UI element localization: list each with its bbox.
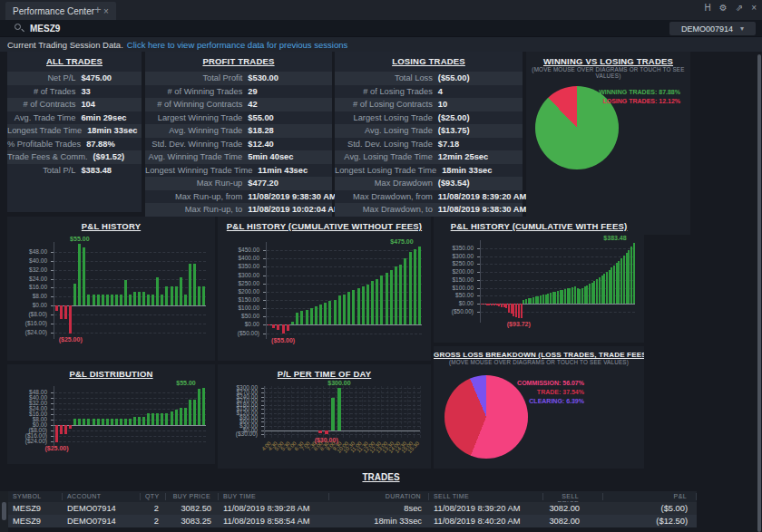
gear-icon[interactable]: ⚙ xyxy=(719,3,728,13)
bar xyxy=(521,304,523,318)
notice-text: Current Trading Session Data. xyxy=(7,40,123,50)
bar xyxy=(175,286,178,306)
bar xyxy=(515,304,517,317)
panel-pl-per-time-of-day: P/L PER TIME OF DAY $300.00$270.00$240.0… xyxy=(218,364,431,469)
table-row[interactable]: MESZ9DEMO0791423083.2511/08/2019 8:58:54… xyxy=(8,515,697,527)
table-cell: 2 xyxy=(141,517,166,526)
column-header[interactable]: BUY PRICE xyxy=(166,493,219,500)
stat-value: $12.40 xyxy=(248,140,332,149)
column-header[interactable]: SELL PRICE xyxy=(543,493,603,500)
stat-label: Avg. Losing Trade xyxy=(335,126,438,135)
search-input[interactable]: MESZ9 xyxy=(30,24,60,34)
bar xyxy=(120,295,122,305)
bar xyxy=(69,305,72,334)
stat-row: Std. Dev. Winning Trade$12.40 xyxy=(145,138,332,151)
table-cell: ($5.00) xyxy=(603,504,697,513)
stat-label: Total Loss xyxy=(335,73,438,82)
previous-sessions-link[interactable]: Click here to view performance data for … xyxy=(127,40,347,50)
bar xyxy=(347,292,350,324)
stat-value: ($13.75) xyxy=(438,126,523,135)
bar xyxy=(198,286,200,306)
ticklab: $0.00 xyxy=(7,302,47,309)
bar xyxy=(291,322,294,325)
pnl-cum-without-fees-chart[interactable]: $450.00$400.00$350.00$300.00$250.00$200.… xyxy=(218,217,431,361)
pnl-distribution-chart[interactable]: $48.00$40.00$32.00$24.00$16.00$8.00$0.00… xyxy=(7,364,215,464)
grid xyxy=(481,256,635,257)
column-header[interactable]: ACCOUNT xyxy=(63,493,141,500)
bar xyxy=(325,430,328,435)
bar xyxy=(78,419,81,426)
stat-row: Avg. Losing Trade($13.75) xyxy=(335,124,523,138)
table-row[interactable]: MESZ9DEMO0791423082.5011/08/2019 8:39:28… xyxy=(8,502,697,515)
bar xyxy=(147,295,150,305)
column-header[interactable]: SELL TIME xyxy=(429,493,543,500)
bar xyxy=(171,286,173,306)
bar xyxy=(601,276,603,304)
trades-table-header: SYMBOLACCOUNTQTYBUY PRICEBUY TIMEDURATIO… xyxy=(8,491,697,502)
stat-label: Max Run-up, to xyxy=(145,205,248,214)
bar xyxy=(352,290,355,324)
bar xyxy=(525,299,527,304)
column-header[interactable]: SYMBOL xyxy=(8,493,63,500)
table-cell: 11/08/2019 8:39:28 AM xyxy=(219,504,329,513)
legend-entry: LOSING TRADES: 12.12% xyxy=(599,97,680,106)
panel-title: ALL TRADES xyxy=(7,52,142,66)
ticklab: $200.00 xyxy=(434,268,474,276)
table-cell: MESZ9 xyxy=(8,504,63,513)
bar xyxy=(151,413,154,425)
bar xyxy=(142,417,145,425)
stat-label: Longest Trade Time xyxy=(7,126,87,135)
stat-value: 104 xyxy=(81,100,142,109)
grid xyxy=(265,426,420,427)
panel-title: PROFIT TRADES xyxy=(145,52,332,66)
stat-label: Max Run-up xyxy=(145,179,248,188)
stat-label: % Profitable Trades xyxy=(7,140,86,149)
h-icon[interactable]: H xyxy=(705,3,711,13)
stat-value: 12min 25sec xyxy=(438,152,523,161)
grid xyxy=(265,418,420,419)
bar xyxy=(296,313,298,324)
pnl-cum-with-fees-chart[interactable]: $350.00$300.00$250.00$200.00$150.00$100.… xyxy=(434,217,644,343)
bar xyxy=(491,304,493,305)
bar xyxy=(151,295,154,305)
table-cell: 11/08/2019 8:39:20 AM xyxy=(429,504,543,513)
stat-label: # of Contracts xyxy=(7,100,81,109)
bar xyxy=(55,425,58,442)
column-header[interactable]: P&L xyxy=(603,493,697,500)
bar xyxy=(106,295,109,305)
gross-loss-pie[interactable] xyxy=(444,375,528,459)
new-tab-button[interactable]: + xyxy=(94,3,102,16)
stat-row: # of Winning Contracts42 xyxy=(145,98,332,111)
pnl-history-chart[interactable]: $48.00$40.00$32.00$24.00$16.00$8.00$0.00… xyxy=(7,217,215,361)
panel-pnl-distribution: P&L DISTRIBUTION $48.00$40.00$32.00$24.0… xyxy=(7,364,215,464)
vertical-scrollbar[interactable] xyxy=(757,54,761,532)
legend-entry: WINNING TRADES: 87.88% xyxy=(599,88,680,97)
tab-close-icon[interactable]: × xyxy=(103,6,109,16)
close-icon[interactable]: × xyxy=(751,3,757,13)
bar xyxy=(596,279,598,304)
table-cell: 2 xyxy=(141,504,166,513)
bar xyxy=(620,258,622,304)
bar xyxy=(306,310,308,325)
account-selector[interactable]: DEMO007914 ▾ xyxy=(669,22,756,35)
stat-row: # of Contracts104 xyxy=(7,98,142,111)
table-scrollbar-thumb[interactable] xyxy=(2,502,6,520)
bar xyxy=(64,425,67,433)
column-header[interactable]: DURATION xyxy=(329,493,429,500)
grid xyxy=(265,434,420,435)
grid xyxy=(267,250,422,251)
bar xyxy=(584,286,586,304)
ticklab: $350.00 xyxy=(434,245,474,252)
stat-label: Avg. Winning Trade xyxy=(145,126,248,135)
column-header[interactable]: QTY xyxy=(141,493,166,500)
popout-icon[interactable]: ⇗ xyxy=(736,3,743,13)
vlabel: ($55.00) xyxy=(256,337,310,343)
column-header[interactable]: BUY TIME xyxy=(219,493,329,500)
bar xyxy=(611,267,612,304)
grid xyxy=(54,324,206,324)
pl-per-time-of-day-chart[interactable]: $300.00$270.00$240.00$210.00$180.00$150.… xyxy=(218,364,431,469)
bar xyxy=(484,304,485,305)
grid xyxy=(54,314,206,315)
stat-label: Std. Dev. Losing Trade xyxy=(335,140,438,149)
grid xyxy=(54,305,206,306)
